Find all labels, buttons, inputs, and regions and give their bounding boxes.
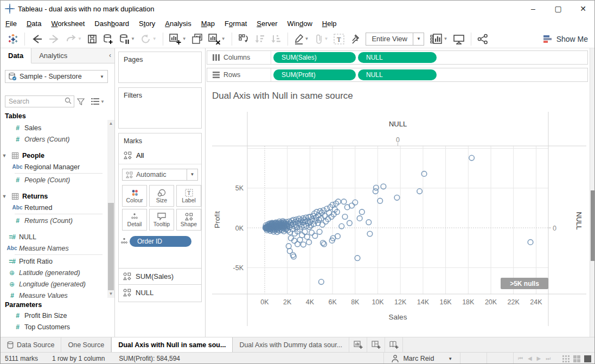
tableau-home-icon[interactable] — [5, 31, 21, 47]
presentation-mode-button[interactable] — [450, 31, 468, 47]
refresh-button[interactable]: ▼ — [138, 32, 159, 46]
redo-button[interactable]: ▼ — [63, 33, 85, 46]
save-button[interactable] — [85, 32, 100, 46]
datasource-selector[interactable]: Sample - Superstore ▼ — [5, 70, 108, 83]
field-list-scrollbar[interactable]: ▲ ▼ — [107, 120, 114, 298]
new-worksheet-button[interactable]: ▼ — [167, 31, 189, 47]
scrollbar-thumb[interactable] — [108, 203, 114, 290]
user-menu[interactable]: Marc Reid ▼ — [384, 353, 460, 364]
fit-mode-caret-icon[interactable]: ▼ — [413, 33, 424, 45]
pages-shelf[interactable]: Pages — [118, 52, 202, 83]
menu-data[interactable]: Data — [22, 18, 46, 29]
duplicate-sheet-button[interactable] — [189, 31, 206, 47]
colour-button[interactable]: Colour — [122, 185, 147, 207]
data-point[interactable] — [297, 237, 303, 242]
data-point[interactable] — [312, 233, 318, 239]
sheet-tab-data-source[interactable]: Data Source — [1, 337, 61, 352]
filter-fields-icon[interactable] — [77, 98, 85, 105]
data-point[interactable] — [355, 256, 360, 261]
data-point[interactable] — [304, 234, 310, 240]
data-point[interactable] — [320, 222, 325, 227]
data-point[interactable] — [306, 240, 312, 245]
pause-updates-button[interactable]: ▼ — [116, 31, 138, 47]
sheet-nav-controls[interactable]: ⏮ ◀ ▶ ⏭ — [514, 355, 556, 362]
mark-card-sum-sales[interactable]: SUM(Sales) — [119, 268, 201, 284]
menu-file[interactable]: File — [1, 18, 22, 29]
data-point[interactable] — [394, 195, 400, 201]
search-icon[interactable] — [65, 97, 72, 106]
sheet-tab-dual-axis-with-dummy-data-sour[interactable]: Dual Axis with Dummy data sour... — [233, 337, 349, 352]
menu-dashboard[interactable]: Dashboard — [89, 18, 134, 29]
data-point[interactable] — [357, 216, 362, 221]
view-options-icon[interactable]: ▼ — [91, 98, 105, 105]
shape-button[interactable]: Shape — [176, 209, 201, 231]
menu-map[interactable]: Map — [196, 18, 220, 29]
field-returns[interactable]: ▼Returns — [1, 190, 107, 202]
highlight-button[interactable]: ▼ — [291, 31, 312, 47]
chevron-down-icon[interactable]: ▼ — [1, 153, 8, 158]
data-point[interactable] — [322, 241, 327, 247]
field-profit-bin-size[interactable]: #Profit Bin Size — [1, 310, 107, 321]
tooltip-button[interactable]: Tooltip — [149, 209, 174, 231]
sheet-tab-one-source[interactable]: One Source — [61, 337, 111, 352]
field-returns-count-[interactable]: #Returns (Count) — [1, 215, 107, 226]
fit-mode-select[interactable]: Entire View ▼ — [366, 33, 424, 46]
field-sales[interactable]: #Sales — [1, 122, 107, 133]
detail-button[interactable]: Detail — [122, 209, 147, 231]
view-scrollbar-thumb[interactable] — [591, 190, 595, 261]
text-annotation-button[interactable]: T — [331, 31, 347, 47]
data-point[interactable] — [417, 189, 423, 194]
data-point[interactable] — [378, 198, 383, 203]
field-returned[interactable]: AbcReturned — [1, 202, 107, 213]
field-regional-manager[interactable]: AbcRegional Manager — [1, 161, 107, 173]
field-orders-count-[interactable]: #Orders (Count) — [1, 133, 107, 145]
menu-help[interactable]: Help — [317, 18, 342, 29]
menu-format[interactable]: Format — [220, 18, 252, 29]
new-dashboard-tab-button[interactable] — [367, 337, 385, 352]
share-button[interactable] — [475, 31, 491, 47]
rows-shelf[interactable]: Rows SUM(Profit)NULL — [207, 68, 588, 82]
field-top-customers[interactable]: #Top Customers — [1, 321, 107, 333]
data-point[interactable] — [421, 171, 427, 177]
chevron-down-icon[interactable]: ▼ — [1, 194, 8, 199]
scatter-chart[interactable]: NULL05K0K-5KProfit0K2K4K6K8K10K12K14K16K… — [206, 103, 590, 337]
user-caret-icon[interactable]: ▼ — [448, 356, 452, 361]
scroll-down-icon[interactable]: ▼ — [107, 290, 114, 298]
data-point[interactable] — [360, 209, 365, 215]
mark-card-null[interactable]: NULL — [119, 284, 201, 300]
scroll-up-icon[interactable]: ▲ — [107, 120, 114, 127]
forward-button[interactable] — [46, 32, 63, 46]
columns-shelf[interactable]: Columns SUM(Sales)NULL — [207, 50, 588, 65]
minimize-button[interactable]: – — [521, 1, 546, 17]
data-point[interactable] — [317, 229, 322, 235]
show-mark-labels-button[interactable]: ▼ — [427, 31, 450, 47]
new-datasource-button[interactable] — [100, 31, 116, 47]
field-people-count-[interactable]: #People (Count) — [1, 174, 107, 186]
menu-worksheet[interactable]: Worksheet — [46, 18, 89, 29]
mark-type-caret-icon[interactable]: ▼ — [187, 169, 197, 180]
field-measure-values[interactable]: #Measure Values — [1, 290, 107, 298]
size-button[interactable]: Size — [149, 185, 174, 207]
menu-window[interactable]: Window — [283, 18, 317, 29]
new-story-tab-button[interactable] — [385, 337, 403, 352]
attach-button[interactable]: ▼ — [312, 31, 331, 47]
columns-pill-sum-sales-[interactable]: SUM(Sales) — [273, 52, 356, 63]
show-sheet-icon[interactable] — [584, 355, 591, 362]
data-point[interactable] — [341, 199, 347, 205]
data-point[interactable] — [301, 242, 306, 247]
sheet-tab-dual-axis-with-null-in-same-sou[interactable]: Dual Axis with Null in same sou... — [111, 337, 233, 352]
show-tabs-icon[interactable] — [562, 355, 570, 362]
menu-analysis[interactable]: Analysis — [160, 18, 196, 29]
close-button[interactable]: ✕ — [571, 1, 595, 17]
show-filmstrip-icon[interactable] — [573, 355, 580, 362]
data-point[interactable] — [342, 214, 348, 220]
collapse-pane-icon[interactable]: ‹ — [109, 52, 111, 59]
menu-server[interactable]: Server — [252, 18, 282, 29]
pill-order-id[interactable]: Order ID — [130, 236, 191, 247]
sort-ascending-button[interactable] — [252, 32, 268, 46]
menu-story[interactable]: Story — [134, 18, 160, 29]
data-point[interactable] — [366, 220, 372, 225]
rows-pill-null[interactable]: NULL — [358, 69, 437, 80]
show-me-button[interactable]: Show Me — [543, 35, 588, 43]
data-point[interactable] — [319, 279, 324, 285]
